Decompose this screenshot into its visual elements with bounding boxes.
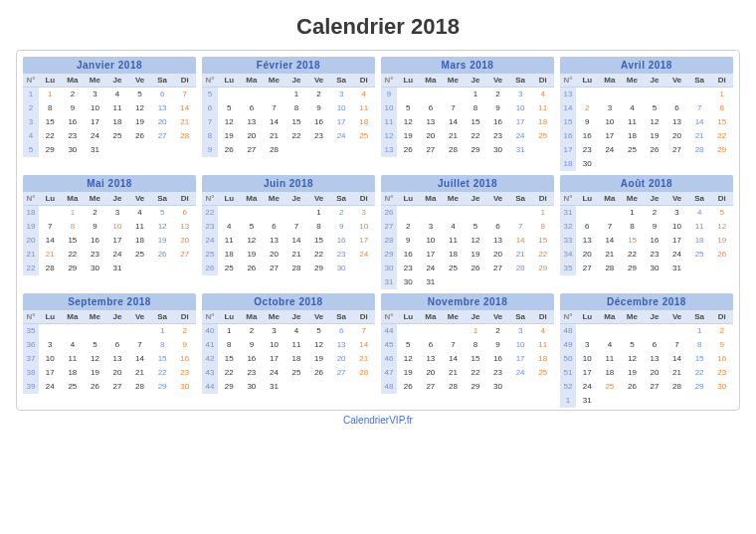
day-cell	[263, 88, 285, 101]
day-cell: 31	[576, 394, 599, 408]
day-cell: 21	[665, 366, 688, 380]
day-cell: 16	[486, 115, 509, 129]
day-cell: 10	[509, 101, 532, 115]
day-cell: 8	[62, 220, 85, 234]
dow-header: Sa	[151, 192, 174, 205]
day-cell: 19	[644, 129, 666, 143]
weeks-container: 9123410567891011111213141516171812192021…	[381, 88, 554, 157]
week-number: 35	[23, 324, 39, 338]
dow-header: Je	[106, 192, 129, 205]
dow-header: Me	[442, 310, 465, 323]
day-cell: 30	[644, 262, 666, 275]
week-row: 326789101112	[560, 220, 733, 234]
week-row: 91234	[381, 88, 554, 101]
day-cell: 20	[420, 129, 443, 143]
week-row: 5224252627282930	[560, 380, 733, 394]
day-cell: 24	[509, 129, 532, 143]
day-cell: 12	[128, 101, 151, 115]
day-cell: 10	[352, 220, 375, 234]
day-cell: 6	[330, 324, 353, 338]
week-row: 5117181920212223	[560, 366, 733, 380]
day-cell: 24	[263, 366, 285, 380]
day-cell: 24	[39, 380, 62, 394]
day-cell: 21	[263, 129, 285, 143]
week-number-header: N°	[23, 74, 39, 87]
day-cell: 19	[710, 234, 733, 248]
month-title: Juin 2018	[202, 175, 375, 192]
day-cell: 5	[397, 338, 420, 352]
day-cell: 13	[420, 352, 443, 366]
week-number: 41	[202, 338, 218, 352]
week-row: 2891011121314	[23, 101, 196, 115]
day-cell: 3	[599, 101, 622, 115]
day-cell	[352, 262, 375, 275]
week-row: 2411121314151617	[202, 234, 375, 248]
day-cell: 2	[173, 324, 196, 338]
day-cell: 15	[710, 115, 733, 129]
week-number: 14	[560, 101, 576, 115]
day-cell: 11	[531, 338, 554, 352]
day-cell: 16	[241, 352, 264, 366]
week-number: 48	[560, 324, 576, 338]
day-cell: 26	[241, 262, 264, 275]
dow-header: Je	[285, 74, 308, 87]
week-row: 2014151617181920	[23, 234, 196, 248]
dow-header-row: N°LuMaMeJeVeSaDi	[23, 310, 196, 324]
day-cell: 15	[621, 234, 644, 248]
day-cell: 11	[285, 338, 308, 352]
week-row: 363456789	[23, 338, 196, 352]
day-cell: 10	[665, 220, 688, 234]
week-number: 37	[23, 352, 39, 366]
week-number: 13	[381, 143, 397, 157]
week-number: 44	[202, 380, 218, 394]
week-row: 44293031	[202, 380, 375, 394]
day-cell: 28	[688, 143, 711, 157]
day-cell	[330, 380, 353, 394]
week-number: 42	[202, 352, 218, 366]
week-number: 2	[23, 101, 39, 115]
dow-header: Di	[173, 192, 196, 205]
day-cell: 6	[486, 220, 509, 234]
day-cell: 28	[39, 262, 62, 275]
week-row: 441234	[381, 324, 554, 338]
week-number: 51	[560, 366, 576, 380]
dow-header: Me	[442, 192, 465, 205]
week-number-header: N°	[23, 310, 39, 323]
day-cell: 5	[307, 324, 330, 338]
day-cell: 6	[241, 101, 264, 115]
day-cell: 16	[710, 352, 733, 366]
day-cell: 25	[352, 129, 375, 143]
dow-header: Ma	[599, 192, 622, 205]
month-title: Janvier 2018	[23, 57, 196, 74]
week-number: 18	[23, 206, 39, 220]
weeks-container: 1812345619789101112132014151617181920212…	[23, 206, 196, 275]
week-number: 46	[381, 352, 397, 366]
day-cell: 23	[397, 262, 420, 275]
day-cell	[710, 157, 733, 171]
day-cell: 1	[465, 88, 487, 101]
month-title: Mars 2018	[381, 57, 554, 74]
day-cell: 5	[397, 101, 420, 115]
dow-header: Me	[442, 74, 465, 87]
dow-header: Di	[352, 192, 375, 205]
week-row: 2121222324252627	[23, 248, 196, 262]
dow-header: Ma	[420, 192, 443, 205]
day-cell	[442, 88, 465, 101]
day-cell	[420, 324, 443, 338]
week-row: 1723242526272829	[560, 143, 733, 157]
week-row: 18123456	[23, 206, 196, 220]
day-cell: 6	[151, 88, 174, 101]
dow-header: Je	[285, 310, 308, 323]
dow-header: Sa	[330, 310, 353, 323]
dow-header: Sa	[509, 74, 532, 87]
day-cell: 26	[397, 380, 420, 394]
dow-header: Me	[621, 310, 644, 323]
day-cell: 21	[128, 366, 151, 380]
day-cell: 18	[621, 129, 644, 143]
dow-header: Je	[644, 310, 666, 323]
day-cell: 7	[352, 324, 375, 338]
day-cell: 14	[285, 234, 308, 248]
day-cell: 13	[330, 338, 353, 352]
day-cell: 19	[307, 352, 330, 366]
day-cell: 14	[442, 115, 465, 129]
